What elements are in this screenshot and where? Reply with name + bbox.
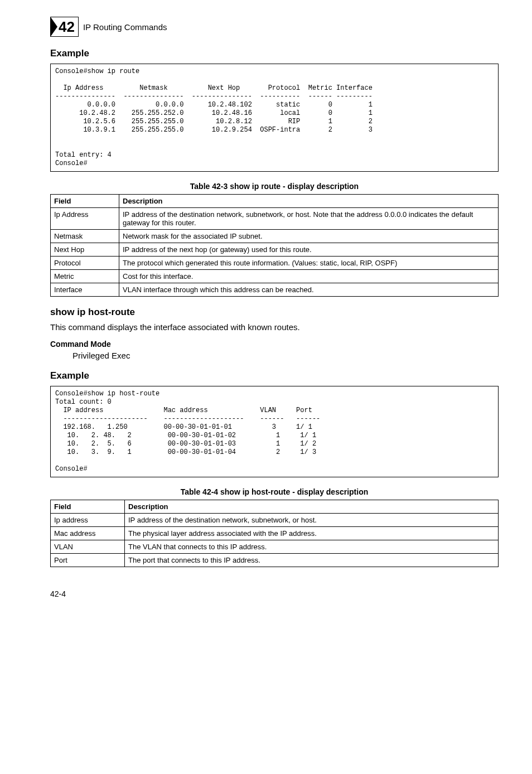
cell-field: Ip address: [51, 514, 125, 527]
table-42-3: Field Description Ip AddressIP address o…: [50, 194, 499, 297]
table2-caption: Table 42-4 show ip host-route - display …: [50, 487, 499, 496]
chapter-title: IP Routing Commands: [83, 22, 167, 32]
section2-heading: show ip host-route: [50, 307, 499, 318]
table-42-4: Field Description Ip addressIP address o…: [50, 500, 499, 567]
table-row: Ip addressIP address of the destination …: [51, 514, 499, 527]
cell-desc: The protocol which generated this route …: [119, 257, 499, 270]
table-header-row: Field Description: [51, 500, 499, 514]
example1-heading: Example: [50, 48, 499, 59]
page-number: 42-4: [50, 589, 499, 598]
cell-field: Metric: [51, 270, 119, 283]
chapter-number: 42: [57, 18, 78, 36]
chapter-arrow-icon: [51, 17, 57, 36]
example2-heading: Example: [50, 370, 499, 381]
example1-console: Console#show ip route Ip Address Netmask…: [50, 64, 499, 172]
table2-h-desc: Description: [125, 500, 499, 514]
table-row: PortThe port that connects to this IP ad…: [51, 554, 499, 567]
command-mode-label: Command Mode: [50, 340, 499, 349]
cell-field: Port: [51, 554, 125, 567]
cell-desc: Cost for this interface.: [119, 270, 499, 283]
table1-h-desc: Description: [119, 195, 499, 208]
cell-field: VLAN: [51, 540, 125, 554]
cell-desc: The port that connects to this IP addres…: [125, 554, 499, 567]
table-row: Next HopIP address of the next hop (or g…: [51, 243, 499, 257]
chapter-header: 42 IP Routing Commands: [50, 17, 499, 37]
section2-desc: This command displays the interface asso…: [50, 322, 499, 332]
table1-h-field: Field: [51, 195, 119, 208]
table-row: Ip AddressIP address of the destination …: [51, 208, 499, 230]
cell-desc: The VLAN that connects to this IP addres…: [125, 540, 499, 554]
cell-field: Mac address: [51, 527, 125, 540]
cell-desc: VLAN interface through which this addres…: [119, 283, 499, 297]
table-row: VLANThe VLAN that connects to this IP ad…: [51, 540, 499, 554]
cell-field: Interface: [51, 283, 119, 297]
command-mode-value: Privileged Exec: [50, 351, 499, 360]
cell-desc: The physical layer address associated wi…: [125, 527, 499, 540]
cell-field: Next Hop: [51, 243, 119, 257]
cell-desc: IP address of the destination network, s…: [119, 208, 499, 230]
table-row: InterfaceVLAN interface through which th…: [51, 283, 499, 297]
table-row: Mac addressThe physical layer address as…: [51, 527, 499, 540]
cell-field: Protocol: [51, 257, 119, 270]
table-row: MetricCost for this interface.: [51, 270, 499, 283]
table2-h-field: Field: [51, 500, 125, 514]
cell-desc: IP address of the next hop (or gateway) …: [119, 243, 499, 257]
example2-console: Console#show ip host-route Total count: …: [50, 386, 499, 477]
cell-desc: Network mask for the associated IP subne…: [119, 230, 499, 243]
table-header-row: Field Description: [51, 195, 499, 208]
table-row: NetmaskNetwork mask for the associated I…: [51, 230, 499, 243]
chapter-badge: 42: [50, 17, 79, 37]
cell-field: Ip Address: [51, 208, 119, 230]
table-row: ProtocolThe protocol which generated thi…: [51, 257, 499, 270]
cell-field: Netmask: [51, 230, 119, 243]
cell-desc: IP address of the destination network, s…: [125, 514, 499, 527]
table1-caption: Table 42-3 show ip route - display descr…: [50, 182, 499, 191]
